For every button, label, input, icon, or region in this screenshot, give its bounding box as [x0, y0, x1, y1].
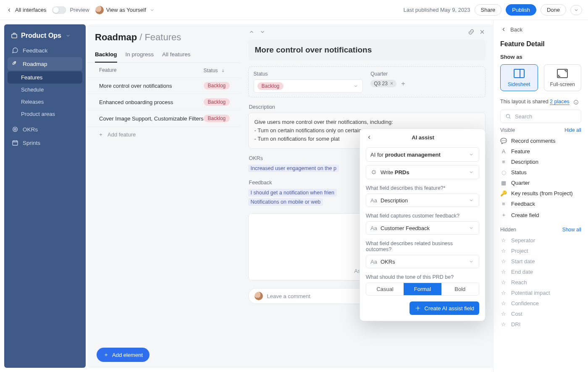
row-title: More control over notifications [99, 83, 204, 89]
text-icon: Aa [370, 225, 377, 231]
preview-toggle[interactable] [52, 6, 66, 14]
link-icon[interactable] [468, 29, 475, 35]
ai-a1-select[interactable]: Aa Description [366, 194, 479, 207]
sidebar-item-sprints[interactable]: Sprints [8, 136, 82, 149]
chevron-down-icon [468, 225, 475, 231]
create-field-button[interactable]: ＋ Create field [500, 209, 581, 221]
create-ai-field-button[interactable]: Create AI assist field [410, 301, 480, 315]
hidden-field-item[interactable]: ☆DRI [500, 319, 581, 330]
hidden-field-item[interactable]: ☆End date [500, 267, 581, 277]
field-type-icon: ≡ [500, 201, 507, 207]
field-type-icon: ☆ [500, 311, 507, 317]
feature-title-input[interactable]: More control over notifications [248, 39, 486, 60]
avatar-icon [255, 292, 263, 300]
back-to-interfaces[interactable]: All interfaces [6, 7, 46, 13]
hidden-field-item[interactable]: ☆Project [500, 246, 581, 256]
table-row[interactable]: Cover Image Support, Customizable Filter… [87, 110, 241, 126]
arrow-left-icon [500, 26, 507, 33]
done-button[interactable]: Done [541, 4, 566, 16]
tone-casual[interactable]: Casual [366, 283, 404, 295]
field-type-icon: ☆ [500, 279, 507, 286]
add-feature-label: Add feature [108, 131, 136, 138]
visible-field-item[interactable]: ▦Quarter [500, 178, 581, 188]
back-icon[interactable] [366, 134, 373, 141]
sidebar: Product Ops Feedback Roadmap Features Sc [4, 24, 86, 368]
add-feature-button[interactable]: + Add feature [87, 126, 241, 142]
sidebar-item-okrs[interactable]: OKRs [8, 123, 82, 136]
visible-field-item[interactable]: AFeature [500, 146, 581, 157]
col-feature[interactable]: Feature [99, 67, 204, 74]
visible-field-item[interactable]: ≡Description [500, 157, 581, 167]
ai-assist-panel: AI assist AI for product management Writ… [360, 128, 486, 321]
hidden-field-item[interactable]: ☆Start date [500, 256, 581, 267]
ai-a3-select[interactable]: Aa OKRs [366, 255, 479, 268]
sidebar-sub-product-areas[interactable]: Product areas [8, 108, 82, 120]
chevron-up-icon[interactable] [248, 29, 255, 35]
hidden-field-item[interactable]: ☆Potential impact [500, 288, 581, 298]
info-icon[interactable] [572, 99, 579, 105]
visible-field-item[interactable]: 💬Record comments [500, 136, 581, 146]
hidden-heading: Hidden [500, 227, 516, 233]
remove-chip-icon[interactable]: × [390, 81, 393, 86]
visible-field-item[interactable]: 🔑Key results (from Project) [500, 188, 581, 199]
sidebar-sub-schedule[interactable]: Schedule [8, 84, 82, 96]
meta-row: Status Backlog Quarter Q3 23 × ＋ [248, 66, 486, 97]
sidebar-item-feedback[interactable]: Feedback [8, 44, 82, 57]
more-menu[interactable] [570, 5, 582, 15]
publish-button[interactable]: Publish [506, 4, 536, 16]
ai-action-select[interactable]: Write PRDs [366, 165, 479, 179]
field-type-icon: ☆ [500, 290, 507, 296]
visible-field-item[interactable]: ◌Status [500, 167, 581, 178]
breadcrumb: Roadmap / Features [87, 30, 241, 45]
status-select[interactable]: Backlog [254, 79, 363, 93]
hidden-field-item[interactable]: ☆Confidence [500, 298, 581, 309]
chevron-down-icon [65, 32, 71, 39]
inspector-back[interactable]: Back [500, 26, 581, 33]
arrow-left-icon [6, 7, 13, 13]
sidebar-sub-releases[interactable]: Releases [8, 96, 82, 108]
sidebar-item-label: Feedback [23, 47, 47, 54]
visible-heading: Visible [500, 127, 515, 133]
share-button[interactable]: Share [475, 4, 502, 16]
quarter-chip[interactable]: Q3 23 × [370, 80, 396, 87]
svg-rect-6 [514, 69, 524, 78]
ai-q1: What field describes this feature?* [366, 185, 479, 191]
hide-all-link[interactable]: Hide all [564, 127, 581, 133]
shared-places-link[interactable]: 2 places [550, 99, 570, 105]
ai-a2-select[interactable]: Aa Customer Feedback [366, 221, 479, 235]
view-as-selector[interactable]: View as Yourself [95, 6, 155, 14]
feedback-chip[interactable]: I should get a notification when frien [248, 189, 337, 196]
show-all-link[interactable]: Show all [562, 227, 581, 233]
col-status[interactable]: Status [204, 67, 233, 74]
chat-icon [12, 47, 18, 54]
add-quarter-button[interactable]: ＋ [399, 79, 407, 88]
show-as-fullscreen[interactable]: Full-screen [544, 64, 582, 91]
inspector-search[interactable]: Search [500, 110, 581, 123]
field-type-icon: ☆ [500, 300, 507, 307]
tab-backlog[interactable]: Backlog [95, 48, 117, 63]
chevron-down-icon [468, 258, 475, 265]
table-row[interactable]: Enhanced onboarding processBacklog [87, 94, 241, 110]
sidebar-sub-features[interactable]: Features [8, 71, 82, 84]
chevron-down-icon[interactable] [259, 29, 266, 35]
svg-point-2 [13, 127, 18, 132]
tone-bold[interactable]: Bold [441, 283, 479, 295]
okr-chip[interactable]: Increased user engagement on the p [248, 165, 339, 172]
ai-context-select[interactable]: AI for product management [366, 147, 479, 162]
show-as-sidesheet[interactable]: Sidesheet [500, 64, 538, 91]
add-element-button[interactable]: ＋ Add element [97, 348, 150, 362]
table-header: Feature Status [87, 63, 241, 77]
sidebar-item-roadmap[interactable]: Roadmap [8, 57, 82, 71]
hidden-field-item[interactable]: ☆Reach [500, 277, 581, 288]
table-row[interactable]: More control over notificationsBacklog [87, 77, 241, 94]
svg-rect-0 [12, 34, 17, 38]
hidden-field-item[interactable]: ☆Seperator [500, 235, 581, 246]
tab-all-features[interactable]: All features [162, 48, 191, 63]
visible-field-item[interactable]: ≡Feedback [500, 199, 581, 209]
feedback-chip[interactable]: Notifications on mobile or web [248, 198, 323, 206]
close-icon[interactable] [479, 29, 486, 35]
workspace-selector[interactable]: Product Ops [8, 29, 82, 42]
hidden-field-item[interactable]: ☆Cost [500, 309, 581, 319]
tone-formal[interactable]: Formal [404, 283, 441, 295]
tab-in-progress[interactable]: In progress [126, 48, 154, 63]
